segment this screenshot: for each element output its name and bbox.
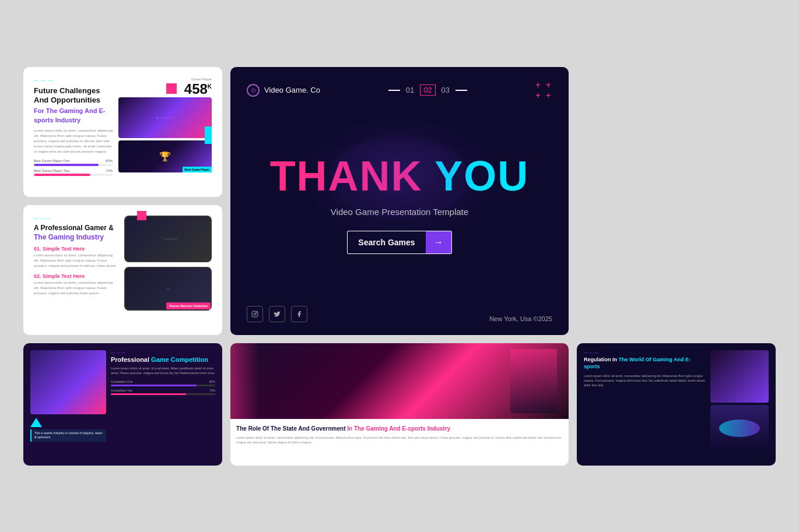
bl-caption: The e-sports industry is consist of play… xyxy=(30,429,106,442)
instagram-icon[interactable] xyxy=(247,306,263,322)
br-image-2 xyxy=(710,405,769,452)
thank-you-area: THANK YOU Video Game Presentation Templa… xyxy=(247,107,552,300)
page-wrapper: — — — Future Challenges And Opportunitie… xyxy=(23,67,776,466)
ml-step1-text: Lorem ipsum dolor sit amet, consectetur … xyxy=(34,253,118,269)
copyright: New York, Usa ©2025 xyxy=(489,315,552,322)
nav-03: 03 xyxy=(441,86,450,94)
ml-tag: — — — xyxy=(34,216,118,221)
slide-top-left: — — — Future Challenges And Opportunitie… xyxy=(23,67,222,197)
bl-bar1: Competition One 82% xyxy=(111,380,215,386)
tl-title: Future Challenges And Opportunities xyxy=(34,86,113,106)
tl-bar2-value: 72% xyxy=(106,169,113,172)
slide-bottom-center: The Role Of The State And Government In … xyxy=(230,343,569,466)
ml-step2-num: 02. Simple Text Here xyxy=(34,273,118,279)
slide-bottom-left: The e-sports industry is consist of play… xyxy=(23,343,222,466)
bl-title: Professional Game Competition xyxy=(111,355,215,364)
tl-bar2-label: Best Game Player Two xyxy=(34,169,69,172)
br-body: Lorem ipsum dolor sit amet, consectetur … xyxy=(584,374,706,388)
thank-you-title: THANK YOU xyxy=(270,152,530,200)
nav-line-left xyxy=(388,90,400,91)
svg-point-3 xyxy=(256,312,257,312)
bl-gaming-image xyxy=(30,350,106,414)
br-tag: — — — xyxy=(584,350,706,354)
tl-bar1-value: 82% xyxy=(106,159,113,163)
ml-step1-num: 01. Simple Text Here xyxy=(34,246,118,252)
main-nav: 01 02 03 xyxy=(388,84,467,96)
bl-triangle-icon xyxy=(30,418,42,427)
br-image-1 xyxy=(710,350,769,403)
you-word: YOU xyxy=(434,153,529,199)
nav-01: 01 xyxy=(406,86,414,94)
tl-subtitle: For The Gaming And E-sports Industry xyxy=(34,107,113,125)
br-title: Regulation In The World Of Gaming And E-… xyxy=(584,356,706,371)
players-badge: Players Become Celebrities xyxy=(166,302,211,309)
logo-icon: ◎ xyxy=(247,84,260,97)
ml-step2-text: Lorem ipsum dolor sit amet, consectetur … xyxy=(34,280,118,296)
bc-title: The Role Of The State And Government In … xyxy=(236,425,563,433)
tl-body: Lorem ipsum dolor sit amet, consectetur … xyxy=(34,128,113,154)
tl-best-label: Best Game Player xyxy=(183,167,212,172)
search-arrow-icon: → xyxy=(426,231,451,253)
twitter-icon[interactable] xyxy=(269,306,285,322)
search-button[interactable]: Search Games → xyxy=(347,231,451,254)
slide-mid-left: — — — A Professional Gamer & The Gaming … xyxy=(23,205,222,335)
bc-main-image xyxy=(230,343,569,419)
nav-line-right xyxy=(455,90,467,91)
slide-bottom-right: — — — Regulation In The World Of Gaming … xyxy=(577,343,776,466)
bl-bar2: Competition Two 72% xyxy=(111,389,215,395)
ml-title: A Professional Gamer & The Gaming Indust… xyxy=(34,223,118,243)
nav-02-active: 02 xyxy=(420,84,435,96)
tl-bar1-label: Best Game Player One xyxy=(34,159,70,163)
svg-point-2 xyxy=(254,313,256,315)
main-subtitle: Video Game Presentation Template xyxy=(331,207,468,217)
ml-phone-img-2: 🎮 Players Become Celebrities xyxy=(124,267,212,311)
tl-image-1: ▶ GAMING xyxy=(118,97,212,138)
search-label: Search Games xyxy=(348,232,425,253)
logo-text: Video Game. Co xyxy=(264,86,320,94)
main-footer: New York, Usa ©2025 xyxy=(247,306,552,322)
main-header: ◎ Video Game. Co 01 02 03 + ++ + xyxy=(247,80,552,101)
slide-main: ◎ Video Game. Co 01 02 03 + ++ + THANK xyxy=(230,67,569,335)
bl-tag: — — — xyxy=(111,350,215,354)
social-icons xyxy=(247,306,307,322)
bl-body: Lorem ipsum dolor sit amet, id a ad amet… xyxy=(111,366,215,376)
decorative-plus: + ++ + xyxy=(535,80,552,101)
thank-word: THANK xyxy=(270,153,423,199)
bc-content: The Role Of The State And Government In … xyxy=(230,419,569,451)
svg-rect-1 xyxy=(252,311,258,317)
facebook-icon[interactable] xyxy=(291,306,307,322)
bc-body: Lorem ipsum dolor sit amet, consectetur … xyxy=(236,435,563,445)
ml-phone-img-1: 📱 GAMING xyxy=(124,216,212,262)
main-logo: ◎ Video Game. Co xyxy=(247,84,320,97)
tl-stat-value: 458K xyxy=(184,81,212,97)
tl-tag: — — — xyxy=(34,77,113,83)
